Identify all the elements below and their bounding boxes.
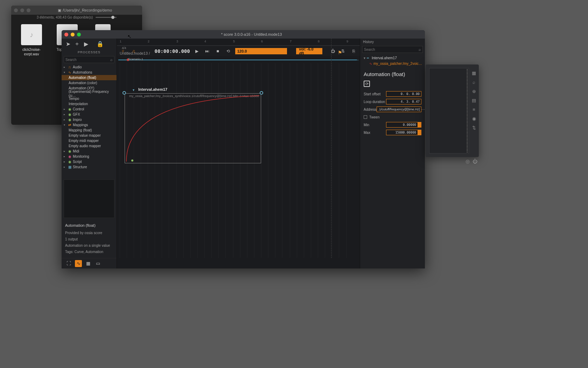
max-field[interactable]: 15000.00000 <box>386 130 418 135</box>
add-tool-icon[interactable]: ＋ <box>74 41 80 47</box>
traffic-lights[interactable] <box>64 33 81 36</box>
curve-view-icon[interactable]: ∿ <box>75 260 82 267</box>
tree-item-automation-float[interactable]: Automation (float) <box>62 75 117 80</box>
share-icon[interactable]: ⊕ <box>471 88 477 94</box>
stop-button-icon[interactable]: ■ <box>214 48 221 55</box>
volume-field[interactable]: vol: -6.0 dB <box>296 48 322 54</box>
timeline-area[interactable]: 1 2 3 4 5 6 7 8 9 4/4 Untitled.mode13 / … <box>117 39 360 268</box>
camera-icon[interactable]: ◉ <box>471 116 477 121</box>
tree-item-gfx[interactable]: ▸◉GFX <box>62 112 117 117</box>
ruler-tick: 4 <box>204 40 206 43</box>
tree-item-audio[interactable]: ▸⎍Audio <box>62 64 117 70</box>
interval-title[interactable]: Interval.ahem17 <box>138 87 167 91</box>
file-item[interactable]: ♪ click2noise-exrpt.wav <box>18 24 46 56</box>
folder-icon: ▣ <box>58 8 61 13</box>
tree-item-mapping-float[interactable]: Mapping (float) <box>62 128 117 133</box>
chevron-down-icon[interactable]: ▾ <box>133 88 134 92</box>
select-tool-icon[interactable]: ➤ <box>65 41 71 47</box>
play-all-button-icon[interactable]: ⏭ <box>204 48 211 55</box>
loop-icon[interactable]: ⟳ <box>364 81 370 87</box>
breadcrumb[interactable]: Untitled.mode13 / <box>120 51 150 55</box>
fullscreen-icon[interactable]: ⛶ <box>65 260 72 267</box>
play-marker-icon[interactable]: ⚑ <box>338 50 342 55</box>
history-tree[interactable]: ▾━Interval.ahem17 ∿my_ossia_patcher:/my_… <box>360 54 425 68</box>
tree-item-freq-curve[interactable]: (Experimental) Frequency cu… <box>62 91 117 96</box>
prop-loop-duration: Loop duration 4. 3. 0.47 <box>364 98 421 105</box>
ruler-tick: 8 <box>318 40 320 43</box>
scenario-bar[interactable]: Scenario.1 <box>118 57 357 63</box>
prop-address: Address .1/cutoff/frequency@[time.Hz] ⋯ <box>364 106 421 113</box>
interval-box[interactable]: ▾ Interval.ahem17 my_ossia_patcher:/my_2… <box>125 93 261 163</box>
target-icon[interactable]: ◎ <box>465 158 470 164</box>
grid-icon[interactable]: ▦ <box>471 70 477 76</box>
console-icon[interactable]: ⎘ <box>350 48 357 55</box>
list-icon[interactable]: ≡ <box>471 107 477 112</box>
play-tool-icon[interactable]: ▶ <box>83 41 89 47</box>
start-offset-field[interactable]: 0. 0. 0.00 <box>386 91 421 97</box>
prop-min: Min 0.00000 <box>364 121 421 128</box>
layers-icon[interactable]: ▤ <box>471 97 477 103</box>
spinner-icon[interactable] <box>418 130 421 135</box>
traffic-lights[interactable] <box>14 8 30 12</box>
loop-duration-field[interactable]: 4. 3. 0.47 <box>386 99 421 104</box>
window-title: * score 3.0.0-a16 - Untitled.mode13 <box>81 32 422 36</box>
address-picker-icon[interactable]: ⋯ <box>421 108 425 111</box>
spinner-icon[interactable] <box>418 122 421 128</box>
tree-item-midi[interactable]: ▸◉Midi <box>62 149 117 154</box>
side-tool-canvas[interactable] <box>429 68 469 154</box>
tree-item-control[interactable]: ▸◉Control <box>62 107 117 112</box>
timeline-canvas[interactable]: ▾ Interval.ahem17 my_ossia_patcher:/my_2… <box>117 63 360 258</box>
process-info: Automation (float) Provided by ossia sco… <box>62 219 117 258</box>
tree-item-script[interactable]: ▸◉Script <box>62 159 117 164</box>
automation-curve[interactable] <box>125 94 261 163</box>
tree-item-automations[interactable]: ▾∿Automations <box>62 70 117 75</box>
panel-view-icon[interactable]: ▭ <box>94 260 102 267</box>
tree-item-automation-color[interactable]: Automation (color) <box>62 80 117 86</box>
tree-item-empty-value[interactable]: Empty value mapper <box>62 133 117 138</box>
search-input[interactable] <box>65 58 110 62</box>
tool-toolbar: ➤ ＋ ▶ 🔒 <box>62 39 117 49</box>
tween-checkbox[interactable] <box>364 115 367 119</box>
transport-bar: ⑂ ♫ 00:00:00.000 ▶ ⏭ ■ ⟲ 120.0 vol: -6.0… <box>117 46 360 56</box>
search-input[interactable] <box>364 48 419 52</box>
history-search[interactable]: ⌕ <box>362 46 423 53</box>
tree-item-impro[interactable]: ▸◉Impro <box>62 117 117 122</box>
tree-item-mappings[interactable]: ▾⇄Mappings <box>62 122 117 128</box>
tree-item-monitoring[interactable]: ▸◉Monitoring <box>62 154 117 159</box>
process-search[interactable]: ⌕ <box>64 56 114 63</box>
tree-item-empty-midi[interactable]: Empty midi mapper <box>62 138 117 143</box>
tree-item-empty-audio[interactable]: Empty audio mapper <box>62 143 117 149</box>
zoom-slider[interactable] <box>96 17 117 18</box>
process-tree[interactable]: ▸⎍Audio ▾∿Automations Automation (float)… <box>62 64 117 178</box>
side-tool-window[interactable]: ▦ ⌕ ⊕ ▤ ≡ ◉ ⇅ ◎ ⏻ <box>426 64 479 157</box>
tree-item-structure[interactable]: ▸▦Structure <box>62 164 117 170</box>
rewind-button-icon[interactable]: ⟲ <box>225 48 232 55</box>
time-ruler[interactable]: 1 2 3 4 5 6 7 8 9 <box>117 39 360 46</box>
search-icon: ⌕ <box>110 57 113 62</box>
history-header: History <box>360 39 425 45</box>
finder-titlebar[interactable]: ▣ /Users/jln/_Recordings/demo <box>11 6 142 15</box>
power-icon[interactable]: ⏻ <box>329 48 336 55</box>
timecode[interactable]: 00:00:00.000 <box>155 48 190 54</box>
info-tags: Tags: Curve, Automation <box>65 249 113 255</box>
ruler-tick: 2 <box>148 40 149 43</box>
score-titlebar[interactable]: * score 3.0.0-a16 - Untitled.mode13 <box>62 30 425 39</box>
search-icon[interactable]: ⌕ <box>471 79 477 85</box>
ruler-tick: 7 <box>290 40 292 43</box>
power-icon[interactable]: ⏻ <box>472 158 477 164</box>
address-field[interactable]: .1/cutoff/frequency@[time.Hz] <box>377 107 422 112</box>
min-field[interactable]: 0.00000 <box>386 122 418 128</box>
ruler-tick: 9 <box>346 40 348 43</box>
ruler-tick: 6 <box>261 40 263 43</box>
history-item[interactable]: ▾━Interval.ahem17 <box>362 55 424 61</box>
play-button-icon[interactable]: ▶ <box>194 48 201 55</box>
tree-item-interpolation[interactable]: Interpolation <box>62 101 117 107</box>
lock-icon[interactable]: 🔒 <box>97 41 103 47</box>
time-signature[interactable]: 4/4 <box>122 46 126 50</box>
nodal-view-icon[interactable]: ▦ <box>85 260 92 267</box>
prop-tween[interactable]: Tween <box>364 114 421 121</box>
sliders-icon[interactable]: ⇅ <box>471 125 477 130</box>
tempo-field[interactable]: 120.0 <box>235 48 287 54</box>
curve-point-icon[interactable] <box>131 159 133 162</box>
history-item-child[interactable]: ∿my_ossia_patcher:/my_2voic… <box>362 61 424 66</box>
